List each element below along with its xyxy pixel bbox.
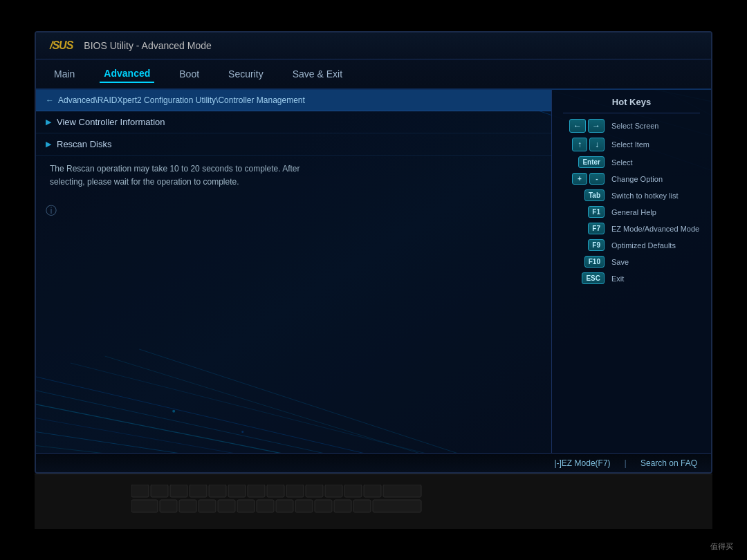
key-esc: ESC — [582, 272, 605, 284]
svg-rect-47 — [334, 500, 351, 512]
svg-rect-41 — [218, 500, 235, 512]
menu-item-controller-info[interactable]: ▶ View Controller Information — [36, 111, 551, 133]
hotkey-select-screen-keys: ← → — [563, 119, 605, 133]
svg-rect-26 — [190, 485, 207, 497]
hotkey-f1-keys: F1 — [563, 206, 605, 218]
menu-arrow-icon-2: ▶ — [46, 140, 51, 149]
svg-rect-42 — [237, 500, 255, 512]
svg-rect-36 — [383, 485, 421, 497]
hotkey-esc-keys: ESC — [563, 272, 605, 284]
hotkey-tab: Tab Switch to hotkey list — [563, 189, 700, 201]
svg-rect-46 — [315, 500, 332, 512]
hotkey-esc-label: Exit — [611, 274, 700, 283]
hotkey-enter: Enter Select — [563, 156, 700, 168]
footer: |-]EZ Mode(F7) | Search on FAQ — [36, 453, 711, 472]
hotkey-enter-keys: Enter — [563, 156, 605, 168]
tab-advanced[interactable]: Advanced — [100, 65, 154, 83]
svg-rect-24 — [151, 485, 168, 497]
breadcrumb[interactable]: ← Advanced\RAIDXpert2 Configuration Util… — [36, 90, 551, 111]
key-plus: + — [572, 173, 587, 185]
svg-rect-28 — [228, 485, 246, 497]
hotkey-f1: F1 General Help — [563, 206, 700, 218]
hotkey-select-screen: ← → Select Screen — [563, 119, 700, 133]
hotkey-f9: F9 Optimized Defaults — [563, 239, 700, 251]
svg-rect-32 — [306, 485, 323, 497]
svg-rect-48 — [353, 500, 371, 512]
info-text-line2: selecting, please wait for the operation… — [50, 177, 239, 187]
main-content: ← Advanced\RAIDXpert2 Configuration Util… — [36, 90, 711, 454]
breadcrumb-back-icon: ← — [46, 95, 54, 105]
hotkey-f9-keys: F9 — [563, 239, 605, 251]
svg-rect-27 — [209, 485, 226, 497]
svg-rect-43 — [257, 500, 274, 512]
key-down-arrow: ↓ — [589, 138, 605, 151]
hotkey-change-option: + - Change Option — [563, 173, 700, 185]
key-left-arrow: ← — [569, 119, 586, 133]
info-text-block: The Rescan operation may take 10 to 20 s… — [36, 156, 551, 196]
hotkey-f7-keys: F7 — [563, 223, 605, 234]
key-right-arrow: → — [588, 119, 605, 133]
svg-rect-38 — [160, 500, 177, 512]
tab-security[interactable]: Security — [224, 66, 268, 82]
tab-boot[interactable]: Boot — [175, 66, 203, 82]
hotkey-select-screen-label: Select Screen — [611, 122, 700, 130]
watermark-text: 值得买 — [710, 542, 733, 550]
hotkey-select-item-label: Select Item — [611, 140, 700, 149]
footer-separator: | — [625, 458, 627, 468]
svg-rect-34 — [344, 485, 362, 497]
hotkeys-title: Hot Keys — [563, 97, 700, 113]
hotkey-f7-label: EZ Mode/Advanced Mode — [611, 225, 700, 233]
hotkey-esc: ESC Exit — [563, 272, 700, 284]
hotkey-f9-label: Optimized Defaults — [611, 241, 700, 250]
svg-rect-23 — [131, 485, 149, 497]
svg-rect-35 — [364, 485, 381, 497]
key-enter: Enter — [578, 156, 605, 168]
menu-item-label-2: Rescan Disks — [57, 139, 111, 149]
menu-item-label: View Controller Information — [57, 117, 165, 127]
hotkey-select-item: ↑ ↓ Select Item — [563, 138, 700, 151]
menu-arrow-icon: ▶ — [46, 118, 51, 127]
key-f10: F10 — [584, 256, 605, 268]
hotkey-f10: F10 Save — [563, 256, 700, 268]
tab-main[interactable]: Main — [50, 66, 79, 82]
info-icon-area: ⓘ — [36, 196, 551, 227]
menu-item-rescan-disks[interactable]: ▶ Rescan Disks — [36, 133, 551, 156]
left-panel: ← Advanced\RAIDXpert2 Configuration Util… — [36, 90, 552, 454]
svg-rect-30 — [267, 485, 284, 497]
hotkey-change-option-keys: + - — [563, 173, 605, 185]
watermarks: 值得买 — [710, 541, 733, 552]
svg-rect-49 — [373, 500, 421, 512]
header: /SUS BIOS Utility - Advanced Mode — [36, 32, 711, 59]
hotkey-select-item-keys: ↑ ↓ — [563, 138, 605, 151]
svg-rect-39 — [179, 500, 196, 512]
key-f7: F7 — [588, 223, 605, 234]
bios-title: BIOS Utility - Advanced Mode — [84, 40, 211, 51]
breadcrumb-text: Advanced\RAIDXpert2 Configuration Utilit… — [58, 95, 305, 105]
nav-bar: Main Advanced Boot Security Save & Exit — [36, 59, 711, 90]
svg-rect-44 — [276, 500, 293, 512]
key-minus: - — [589, 173, 605, 185]
hotkey-enter-label: Select — [611, 158, 700, 167]
svg-rect-37 — [131, 500, 158, 512]
hotkey-tab-keys: Tab — [563, 189, 605, 201]
tab-save-exit[interactable]: Save & Exit — [288, 66, 347, 82]
hotkeys-panel: Hot Keys ← → Select Screen ↑ ↓ Select It… — [552, 90, 711, 454]
search-faq-button[interactable]: Search on FAQ — [640, 458, 697, 468]
info-text-line1: The Rescan operation may take 10 to 20 s… — [50, 164, 300, 174]
svg-rect-33 — [325, 485, 342, 497]
hotkey-tab-label: Switch to hotkey list — [611, 192, 700, 200]
key-f1: F1 — [588, 206, 605, 218]
info-circle-icon: ⓘ — [46, 205, 57, 216]
hotkey-f10-keys: F10 — [563, 256, 605, 268]
key-f9: F9 — [588, 239, 605, 251]
hotkey-f7: F7 EZ Mode/Advanced Mode — [563, 223, 700, 234]
svg-rect-29 — [248, 485, 265, 497]
key-up-arrow: ↑ — [572, 138, 587, 151]
ez-mode-button[interactable]: |-]EZ Mode(F7) — [554, 458, 610, 468]
svg-rect-31 — [286, 485, 304, 497]
svg-rect-25 — [170, 485, 187, 497]
svg-rect-45 — [295, 500, 313, 512]
asus-logo: /SUS — [50, 39, 73, 52]
hotkey-f10-label: Save — [611, 258, 700, 266]
hotkey-change-option-label: Change Option — [611, 175, 700, 183]
